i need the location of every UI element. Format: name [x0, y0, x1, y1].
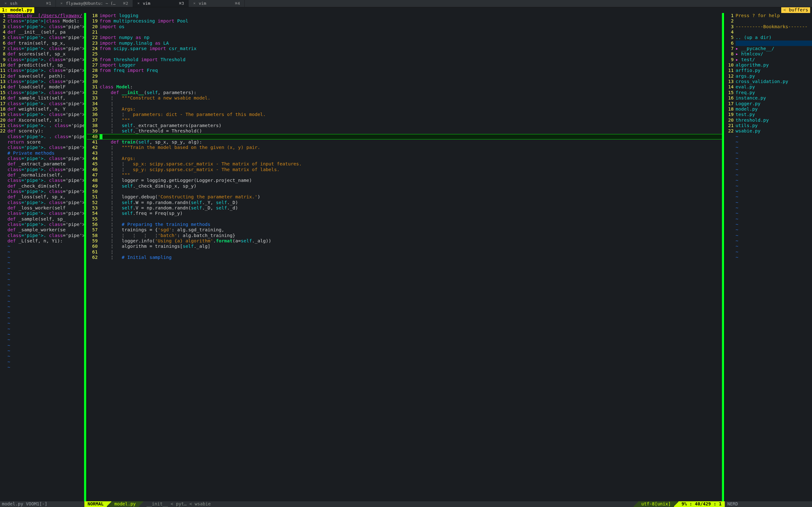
- code-line[interactable]: ¦ self._check_dim(sp_x, sp_y): [100, 183, 724, 189]
- code-line[interactable]: import numpy.linalg as LA: [100, 41, 724, 46]
- tree-item[interactable]: test.py: [735, 112, 812, 117]
- tree-item[interactable]: cross_validation.py: [735, 79, 812, 84]
- outline-pane[interactable]: 12345678910111213141516171819202122 =mod…: [0, 13, 84, 501]
- tree-content[interactable]: Press ? for help----------Bookmarks-----…: [735, 13, 812, 501]
- outline-item[interactable]: class='pipe'>. class='pipe'>|: [7, 79, 84, 84]
- code-line[interactable]: ¦ logger.debug('Constructing the paramet…: [100, 194, 724, 200]
- folder-collapsed-icon[interactable]: ▸: [735, 46, 741, 51]
- terminal-tab[interactable]: ✕ vim ⌘4: [189, 0, 245, 7]
- outline-item[interactable]: class='pipe'>. class='pipe'>|: [7, 200, 84, 205]
- tree-item[interactable]: model.py: [735, 107, 812, 112]
- code-line[interactable]: ¦ """: [100, 118, 724, 123]
- code-line[interactable]: ¦ trainings = {'sgd': alg.sgd_training,: [100, 227, 724, 233]
- close-icon[interactable]: ✕: [137, 1, 140, 6]
- code-line[interactable]: ¦: [100, 216, 724, 222]
- tree-item[interactable]: wsabie.py: [735, 128, 812, 134]
- outline-item[interactable]: class='pipe'>. class='pipe'>|: [7, 101, 84, 107]
- tree-item[interactable]: ▸ test/: [735, 57, 812, 62]
- outline-item[interactable]: class='pipe'>. class='pipe'>|: [7, 211, 84, 216]
- outline-content[interactable]: =model.py [/Users/flyaway/class='pipe'>|…: [7, 13, 84, 501]
- outline-item[interactable]: class='pipe'>. class='pipe'>|: [7, 178, 84, 183]
- code-line[interactable]: ¦ # Preparing the training methods: [100, 222, 724, 227]
- code-line[interactable]: ¦ """: [100, 172, 724, 178]
- outline-item[interactable]: class='pipe'>. class='pipe'>|: [7, 90, 84, 95]
- tree-item[interactable]: freq.py: [735, 90, 812, 95]
- tree-item[interactable]: Logger.py: [735, 101, 812, 107]
- tree-item[interactable]: .. (up a dir): [735, 35, 812, 40]
- code-line[interactable]: ¦ Args:: [100, 107, 724, 112]
- terminal-tab[interactable]: ✕ vim ⌘3: [133, 0, 189, 7]
- tree-item[interactable]: ▸ __pycache__/: [735, 46, 812, 51]
- file-tree-pane[interactable]: 12345678910111213141516171819202122 Pres…: [725, 13, 812, 501]
- tree-item[interactable]: ▸ htmlcov/: [735, 51, 812, 57]
- outline-item[interactable]: class='pipe'>. . class='pipe'>|: [7, 134, 84, 139]
- code-line[interactable]: [100, 134, 724, 139]
- code-line[interactable]: ¦ Args:: [100, 156, 724, 161]
- tree-item[interactable]: algorithm.py: [735, 62, 812, 68]
- outline-item[interactable]: class='pipe'>. class='pipe'>|: [7, 57, 84, 62]
- tree-item[interactable]: threshold.py: [735, 118, 812, 123]
- code-pane[interactable]: 1819202122232425262728293031323334353637…: [87, 13, 724, 501]
- outline-item[interactable]: class='pipe'>. class='pipe'>|: [7, 156, 84, 161]
- outline-item[interactable]: class='pipe'>|class Model:: [7, 18, 84, 24]
- code-line[interactable]: import os: [100, 24, 724, 30]
- folder-collapsed-icon[interactable]: ▸: [735, 57, 741, 62]
- outline-item[interactable]: class='pipe'>. class='pipe'>|: [7, 46, 84, 51]
- outline-item[interactable]: class='pipe'>. class='pipe'>|: [7, 24, 84, 30]
- code-line[interactable]: import Logger: [100, 62, 724, 68]
- tree-item[interactable]: args.py: [735, 73, 812, 79]
- code-line[interactable]: def __init__(self, parameters):: [100, 90, 724, 95]
- tree-item[interactable]: utils.py: [735, 123, 812, 128]
- outline-header[interactable]: =model.py [/Users/flyaway/: [7, 13, 84, 18]
- code-line[interactable]: ¦ algorithm = trainings[self._alg]: [100, 244, 724, 249]
- code-line[interactable]: ¦ ¦ sp_x: scipy.sparse.csr_matrix - The …: [100, 161, 724, 167]
- tree-item[interactable]: eval.py: [735, 84, 812, 90]
- code-line[interactable]: class Model:: [100, 84, 724, 90]
- code-line[interactable]: ¦ ¦ parameters: dict - The parameters of…: [100, 112, 724, 117]
- close-icon[interactable]: ✕: [60, 1, 62, 6]
- code-line[interactable]: from scipy.sparse import csr_matrix: [100, 46, 724, 51]
- code-line[interactable]: ¦ ¦ sp_y: scipy.sparse.csr_matrix - The …: [100, 167, 724, 172]
- code-line[interactable]: ¦ self.freq = Freq(sp_y): [100, 211, 724, 216]
- outline-item[interactable]: class='pipe'>. class='pipe'>|: [7, 68, 84, 73]
- outline-item[interactable]: class='pipe'>. class='pipe'>|: [7, 222, 84, 227]
- buffers-indicator[interactable]: buffers: [781, 7, 810, 13]
- code-line[interactable]: ¦: [100, 151, 724, 156]
- code-line[interactable]: ¦: [100, 189, 724, 194]
- code-line[interactable]: ¦ # Initial sampling: [100, 255, 724, 260]
- code-line[interactable]: from threshold import Threshold: [100, 57, 724, 62]
- tree-item[interactable]: [735, 18, 812, 24]
- code-line[interactable]: from multiprocessing import Pool: [100, 18, 724, 24]
- tree-item[interactable]: Press ? for help: [735, 13, 812, 18]
- outline-item[interactable]: class='pipe'>. class='pipe'>|: [7, 145, 84, 150]
- code-line[interactable]: ¦ ¦ ¦ ¦ ¦'batch': alg.batch_training}: [100, 233, 724, 238]
- code-line[interactable]: def train(self, sp_x, sp_y, alg):: [100, 139, 724, 145]
- outline-item[interactable]: class='pipe'>. class='pipe'>|: [7, 189, 84, 194]
- tree-item[interactable]: [735, 41, 812, 46]
- code-line[interactable]: ¦ self.V = np.random.randn(self._D, self…: [100, 205, 724, 211]
- code-line[interactable]: ¦: [100, 101, 724, 107]
- outline-item[interactable]: class='pipe'>. class='pipe'>|: [7, 35, 84, 40]
- outline-item[interactable]: class='pipe'>. class='pipe'>|: [7, 233, 84, 238]
- code-line[interactable]: ¦ self._threshold = Threshold(): [100, 128, 724, 134]
- code-line[interactable]: ¦ logger = logging.getLogger(Logger.proj…: [100, 178, 724, 183]
- code-line[interactable]: import logging: [100, 13, 724, 18]
- code-line[interactable]: import numpy as np: [100, 35, 724, 40]
- tree-item[interactable]: arffio.py: [735, 68, 812, 73]
- tree-item[interactable]: [735, 30, 812, 35]
- code-line[interactable]: [100, 79, 724, 84]
- outline-item[interactable]: class='pipe'>. . class='pipe'>|: [7, 123, 84, 128]
- tree-item[interactable]: instance.py: [735, 95, 812, 101]
- code-line[interactable]: [100, 30, 724, 35]
- outline-item[interactable]: class='pipe'>. class='pipe'>|: [7, 112, 84, 117]
- code-content[interactable]: import loggingfrom multiprocessing impor…: [100, 13, 724, 501]
- code-line[interactable]: ¦ """Train the model based on the given …: [100, 145, 724, 150]
- code-line[interactable]: from freq import Freq: [100, 68, 724, 73]
- close-icon[interactable]: ✕: [193, 1, 195, 6]
- code-line[interactable]: ¦ """Construct a new wsabie model.: [100, 95, 724, 101]
- code-line[interactable]: [100, 51, 724, 57]
- tree-item[interactable]: ----------Bookmarks-------: [735, 24, 812, 30]
- outline-item[interactable]: class='pipe'>. class='pipe'>|: [7, 167, 84, 172]
- close-icon[interactable]: ✕: [4, 1, 7, 6]
- code-line[interactable]: ¦: [100, 249, 724, 255]
